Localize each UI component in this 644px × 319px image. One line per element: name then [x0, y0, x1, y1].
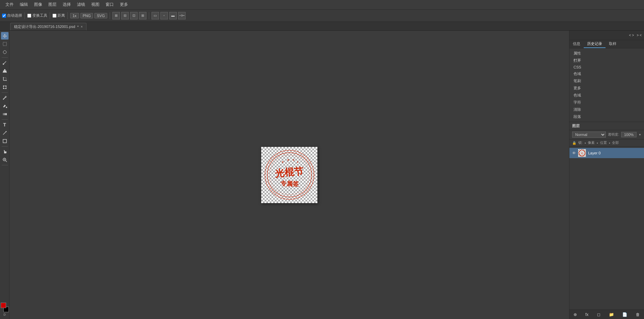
canvas-size-icon[interactable]: ▭: [152, 12, 159, 19]
layer-thumbnail: 光: [578, 149, 586, 157]
tab-samples[interactable]: 取样: [606, 40, 620, 48]
lock-pixel-icon[interactable]: ▪: [585, 141, 586, 145]
stamp-tool[interactable]: [1, 67, 9, 75]
svg-text:✦: ✦: [296, 161, 299, 164]
menu-window[interactable]: 窗口: [103, 1, 116, 8]
transform-tool-checkbox[interactable]: 变换工具: [27, 13, 47, 18]
prop-more[interactable]: 更多: [569, 85, 644, 92]
layers-controls: Normal 透明度: 100% ▼: [569, 130, 644, 139]
align-center-h-icon[interactable]: ⊟: [121, 12, 129, 19]
menu-image[interactable]: 图像: [31, 1, 45, 8]
align-right-icon[interactable]: ⊡: [130, 12, 138, 19]
tab-close-button[interactable]: ×: [81, 25, 83, 29]
foreground-color-swatch[interactable]: [1, 303, 6, 308]
prop-open[interactable]: 打开: [569, 57, 644, 64]
distance-checkbox[interactable]: 距离: [52, 13, 65, 18]
tab-history[interactable]: 历史记录: [584, 40, 606, 48]
tab-title: 稳定设计导出-20190716-152001.psd: [14, 24, 75, 29]
prop-character[interactable]: 字符: [569, 99, 644, 106]
svg-text:光: 光: [581, 152, 583, 154]
move-tool[interactable]: [1, 32, 9, 40]
blend-mode-select[interactable]: Normal: [572, 132, 606, 138]
canvas-area[interactable]: ✦ ✦ ✦ ✦ 光棍节 专属签: [10, 31, 569, 319]
layers-lock-row: 🔒 锁: ▪ 像素 ▪ 位置 ▪ 全部: [569, 139, 644, 147]
paint-bucket-tool[interactable]: [1, 102, 9, 110]
prop-color-range[interactable]: 色域: [569, 70, 644, 77]
canvas-measure-icon[interactable]: ⊣⊢: [178, 12, 186, 19]
prop-color-domain[interactable]: 色域: [569, 92, 644, 99]
auto-select-checkbox[interactable]: 自动选择: [2, 13, 22, 18]
prop-attribute[interactable]: 属性: [569, 50, 644, 57]
shape-tool[interactable]: [1, 137, 9, 145]
layers-panel-header: 图层: [569, 122, 644, 130]
right-panel-header: < > > <: [569, 31, 644, 40]
svg-rect-22: [3, 139, 6, 143]
type-tool[interactable]: T: [1, 121, 9, 128]
lock-label: 锁:: [578, 140, 583, 145]
pen-tool[interactable]: [1, 129, 9, 137]
document-tab[interactable]: 稳定设计导出-20190716-152001.psd * ×: [10, 23, 87, 30]
align-distribute-icon[interactable]: ⊞: [139, 12, 146, 19]
layer-mask-btn[interactable]: ◻: [596, 312, 602, 318]
zoom-tool[interactable]: [1, 156, 9, 164]
right-tabs: 信息 历史记录 取样: [569, 40, 644, 48]
menu-select[interactable]: 选择: [60, 1, 74, 8]
layer-effects-btn[interactable]: fx: [584, 312, 590, 318]
tab-modified: *: [77, 25, 79, 29]
eyedropper-tool[interactable]: [1, 94, 9, 102]
prop-brush[interactable]: 笔刷: [569, 77, 644, 85]
layer-item[interactable]: 👁 光 Layer 0: [569, 148, 644, 158]
collapse-panel-btn[interactable]: < >: [628, 33, 635, 37]
svg-button[interactable]: SVG: [94, 13, 107, 18]
lock-position-icon[interactable]: ▪: [597, 141, 598, 145]
menu-view[interactable]: 视图: [89, 1, 102, 8]
svg-line-39: [273, 180, 279, 181]
menu-more[interactable]: 更多: [117, 1, 131, 8]
menu-layer[interactable]: 图层: [46, 1, 59, 8]
new-layer-btn[interactable]: 📄: [621, 312, 629, 318]
brush-tool[interactable]: [1, 59, 9, 66]
lock-all-icon[interactable]: ▪: [609, 141, 610, 145]
svg-rect-12: [3, 86, 4, 87]
svg-text:✦: ✦: [287, 158, 289, 162]
hand-tool[interactable]: [1, 148, 9, 155]
tab-info[interactable]: 信息: [569, 40, 584, 48]
zoom-select[interactable]: 1x: [70, 13, 79, 18]
prop-css[interactable]: CSS: [569, 64, 644, 70]
svg-point-3: [3, 63, 4, 65]
prop-clear[interactable]: 清除: [569, 106, 644, 113]
gradient-tool[interactable]: [1, 110, 9, 118]
align-left-icon[interactable]: ⊞: [112, 12, 120, 19]
png-button[interactable]: PNG: [80, 13, 93, 18]
delete-layer-btn[interactable]: 🗑: [634, 312, 641, 318]
svg-line-25: [5, 161, 7, 162]
svg-rect-14: [3, 88, 4, 89]
menu-file[interactable]: 文件: [3, 1, 16, 8]
lasso-tool[interactable]: [1, 48, 9, 56]
svg-rect-20: [3, 113, 7, 115]
layers-list: 👁 光 Layer 0: [569, 147, 644, 309]
transform-btn[interactable]: [1, 83, 9, 91]
opacity-dropdown-icon[interactable]: ▼: [639, 133, 641, 136]
menu-edit[interactable]: 编辑: [17, 1, 31, 8]
color-label: D: [3, 313, 6, 316]
canvas-trim-icon[interactable]: ▫: [160, 12, 168, 19]
expand-panel-btn[interactable]: > <: [636, 33, 643, 37]
svg-text:✦: ✦: [292, 158, 295, 162]
new-group-btn[interactable]: 📁: [608, 312, 615, 318]
lock-icon: 🔒: [572, 141, 576, 145]
menu-filter[interactable]: 滤镜: [74, 1, 88, 8]
svg-text:专属签: 专属签: [280, 180, 299, 188]
prop-paragraph[interactable]: 段落: [569, 113, 644, 120]
svg-marker-0: [3, 34, 7, 38]
canvas-expand-icon[interactable]: ▬: [169, 12, 177, 19]
crop-tool[interactable]: [1, 75, 9, 83]
toolbar: 自动选择 变换工具 距离 1x PNG SVG ⊞ ⊟ ⊡ ⊞ ▭ ▫ ▬ ⊣⊢: [0, 10, 644, 22]
opacity-value[interactable]: 100%: [621, 132, 637, 137]
selection-tool[interactable]: [1, 40, 9, 48]
lock-position-label: 位置: [600, 140, 607, 145]
link-layers-btn[interactable]: ⊕: [572, 312, 578, 318]
layer-visibility-toggle[interactable]: 👁: [572, 151, 576, 155]
svg-rect-4: [3, 71, 6, 72]
main-area: T: [0, 31, 644, 319]
